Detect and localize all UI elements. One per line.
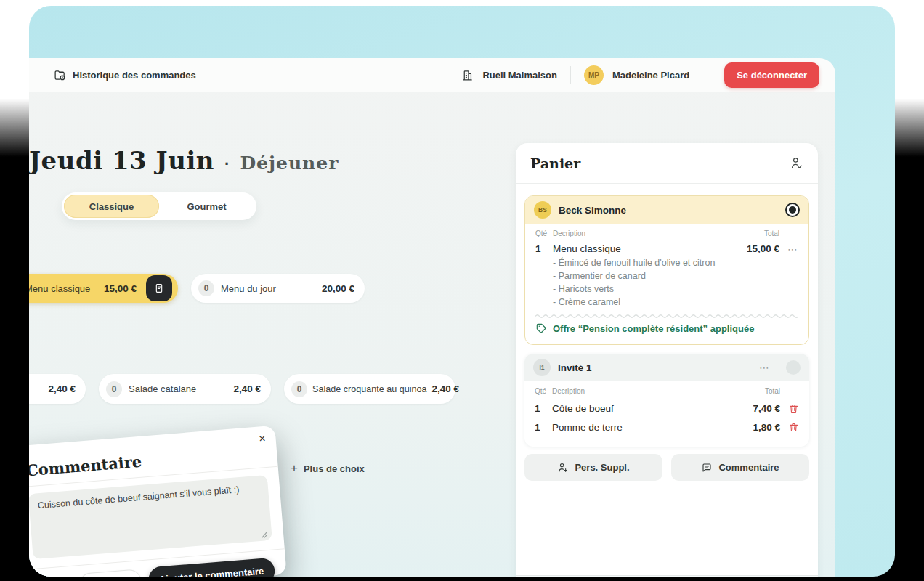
order-history-label: Historique des commandes <box>73 70 196 81</box>
title-separator: · <box>224 155 230 174</box>
guest-card-invite-1: I1 Invité 1 ⋯ Qté Decription Total <box>524 354 809 447</box>
item-note-button[interactable] <box>146 275 172 301</box>
detail-line: - Haricots verts <box>553 283 798 296</box>
cart-comment-button[interactable]: Commentaire <box>671 454 809 481</box>
col-description: Decription <box>553 229 764 237</box>
item-price: 2,40 € <box>432 383 460 394</box>
chevron-down-icon[interactable] <box>698 70 708 80</box>
guest-radio-selected[interactable] <box>785 203 800 217</box>
guest-header[interactable]: BS Beck Simonne <box>525 196 808 224</box>
guest-card-beck-simonne: BS Beck Simonne Qté Decription Total <box>524 195 809 345</box>
cancel-button[interactable]: Annuler <box>78 569 142 577</box>
cart-title: Panier <box>530 155 580 171</box>
menu-type-tabs: Classique Gourmet <box>62 192 256 220</box>
item-more-icon[interactable]: ⋯ <box>787 244 798 254</box>
building-icon <box>461 69 474 81</box>
add-person-label: Pers. Suppl. <box>575 462 629 473</box>
comment-modal: × Commentaire Cuisson du côte de boeuf s… <box>29 426 287 577</box>
cart-item-row: 1 Menu classique 15,00 € ⋯ <box>535 243 798 254</box>
wavy-divider <box>535 314 798 319</box>
col-qty: Qté <box>535 229 553 237</box>
cart-panel: Panier BS Beck Simonne <box>516 143 818 577</box>
col-description: Decription <box>552 387 765 395</box>
meal-title: Déjeuner <box>240 153 339 174</box>
quantity-badge: 0 <box>198 280 214 296</box>
quantity-badge: 0 <box>106 381 122 397</box>
guest-more-icon[interactable]: ⋯ <box>759 362 770 373</box>
guest-header[interactable]: I1 Invité 1 ⋯ <box>524 354 809 381</box>
cart-table-header: Qté Decription Total <box>535 387 799 395</box>
item-total: 15,00 € <box>747 243 779 254</box>
app-header: Historique des commandes Rueil Malmaison… <box>29 58 835 92</box>
add-comment-button[interactable]: Ajouter le commentaire <box>147 558 276 577</box>
quantity-badge: 0 <box>291 381 307 397</box>
col-total: Total <box>765 387 780 395</box>
detail-line: - Crème caramel <box>553 296 798 309</box>
offer-applied[interactable]: Offre “Pension complète résident” appliq… <box>535 322 798 334</box>
tab-gourmet[interactable]: Gourmet <box>159 195 254 218</box>
guest-name: Invité 1 <box>558 362 592 373</box>
main-content: Jeudi 13 Juin · Déjeuner Classique Gourm… <box>29 92 835 577</box>
item-price: 2,40 € <box>233 383 261 394</box>
menu-item-salade-catalane[interactable]: 0 Salade catalane 2,40 € <box>99 374 271 404</box>
nav-order-history[interactable]: Historique des commandes <box>54 69 196 81</box>
plus-icon: + <box>291 461 298 476</box>
folder-clock-icon <box>54 69 66 81</box>
item-name: Menu du jour <box>221 283 276 294</box>
comment-bubble-icon <box>701 462 713 474</box>
guest-radio-unselected[interactable] <box>786 360 801 375</box>
page-title: Jeudi 13 Juin · Déjeuner <box>29 146 339 175</box>
comment-textarea[interactable]: Cuisson du côte de boeuf saignant s'il v… <box>29 475 272 559</box>
tag-icon <box>535 322 547 334</box>
resize-grip-icon[interactable] <box>261 532 268 539</box>
close-icon[interactable]: × <box>259 432 267 446</box>
menu-item-menu-classique[interactable]: Menu classique 15,00 € <box>29 274 178 303</box>
modal-title: Commentaire <box>29 442 266 479</box>
cart-header: Panier <box>516 143 818 184</box>
add-person-button[interactable]: Pers. Suppl. <box>524 454 662 481</box>
item-name: Côte de boeuf <box>552 403 753 414</box>
item-price: 2,40 € <box>48 383 76 394</box>
detail-line: - Parmentier de canard <box>553 269 798 283</box>
guest-avatar: I1 <box>533 359 551 376</box>
location-label: Rueil Malmaison <box>482 70 557 81</box>
tab-classique[interactable]: Classique <box>64 195 159 218</box>
user-avatar: MP <box>584 65 604 85</box>
logout-button[interactable]: Se déconnecter <box>724 62 819 88</box>
more-choices-label: Plus de choix <box>304 463 365 474</box>
item-qty: 1 <box>535 422 552 433</box>
item-name: Salade croquante au quinoa <box>312 384 427 394</box>
guest-name: Beck Simonne <box>559 205 626 216</box>
item-name: Menu classique <box>29 283 90 294</box>
more-choices-link[interactable]: + Plus de choix <box>291 461 365 476</box>
item-total: 1,80 € <box>753 422 780 433</box>
item-name: Menu classique <box>553 243 747 254</box>
item-qty: 1 <box>535 403 552 414</box>
user-menu[interactable]: Madeleine Picard <box>612 70 689 81</box>
item-total: 7,40 € <box>753 403 780 414</box>
detail-line: - Émincé de fenouil huile d'olive et cit… <box>553 256 798 269</box>
date-title: Jeudi 13 Juin <box>29 146 214 175</box>
item-name: Pomme de terre <box>552 422 753 433</box>
menu-item-menu-du-jour[interactable]: 0 Menu du jour 20,00 € <box>191 274 365 303</box>
col-total: Total <box>764 229 779 237</box>
note-icon <box>153 283 165 294</box>
trash-icon[interactable] <box>788 422 799 433</box>
cart-item-row: 1 Côte de boeuf 7,40 € <box>535 403 799 414</box>
menu-item-salade-quinoa[interactable]: 0 Salade croquante au quinoa 2,40 € <box>284 374 455 404</box>
device-frame: Historique des commandes Rueil Malmaison… <box>29 6 895 577</box>
item-price: 20,00 € <box>322 283 354 294</box>
menu-item-cut-salade[interactable]: 2,40 € <box>29 374 86 404</box>
guest-avatar: BS <box>534 201 551 219</box>
cart-comment-label: Commentaire <box>718 462 779 473</box>
item-qty: 1 <box>535 243 553 254</box>
offer-label: Offre “Pension complète résident” appliq… <box>553 323 754 334</box>
trash-icon[interactable] <box>788 403 799 414</box>
cart-item-row: 1 Pomme de terre 1,80 € <box>535 422 799 433</box>
cart-table-header: Qté Decription Total <box>535 229 798 237</box>
person-check-icon[interactable] <box>790 156 803 170</box>
item-details: - Émincé de fenouil huile d'olive et cit… <box>553 256 798 309</box>
header-divider <box>570 66 571 84</box>
item-name: Salade catalane <box>129 383 196 394</box>
col-qty: Qté <box>535 387 552 395</box>
